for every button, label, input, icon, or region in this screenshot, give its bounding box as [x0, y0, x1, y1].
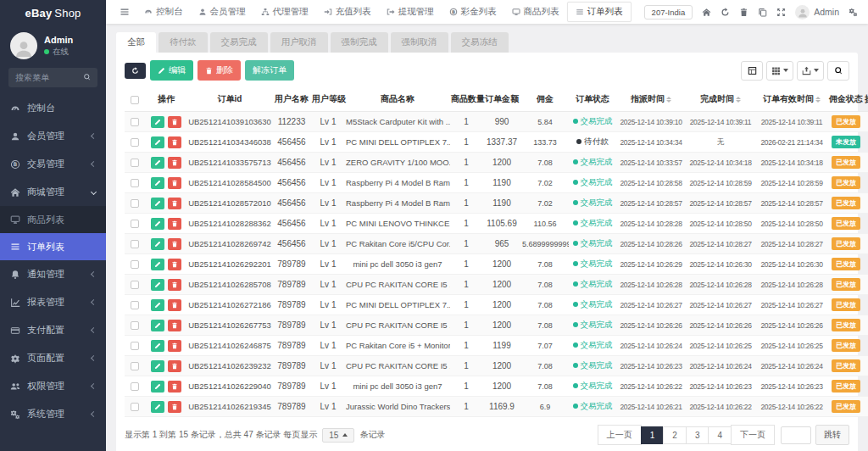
tab-force-cancelled[interactable]: 强制取消: [391, 32, 448, 53]
row-delete-button[interactable]: [168, 381, 181, 393]
row-delete-button[interactable]: [168, 238, 181, 250]
row-delete-button[interactable]: [168, 340, 181, 352]
row-checkbox[interactable]: [131, 179, 139, 187]
sidebar-item-payment-config[interactable]: 支付配置: [0, 316, 106, 344]
row-edit-button[interactable]: [151, 340, 164, 352]
nav-item-dashboard[interactable]: 控制台: [136, 3, 191, 21]
tab-all[interactable]: 全部: [116, 32, 156, 53]
sidebar-item-members[interactable]: 会员管理: [0, 122, 106, 150]
sidebar-item-dashboard[interactable]: 控制台: [0, 94, 106, 122]
page-button-4[interactable]: 4: [708, 426, 732, 444]
fullscreen-button[interactable]: [776, 8, 786, 17]
next-page-button[interactable]: 下一页: [731, 425, 775, 445]
row-delete-button[interactable]: [168, 136, 181, 148]
page-size-dropdown[interactable]: 15: [322, 428, 354, 443]
sidebar-toggle-button[interactable]: [113, 7, 136, 17]
row-edit-button[interactable]: [151, 177, 164, 189]
row-checkbox[interactable]: [131, 281, 139, 289]
page-button-1[interactable]: 1: [641, 426, 665, 444]
toggle-pagination-button[interactable]: [741, 61, 763, 81]
sidebar-item-page-config[interactable]: 页面配置: [0, 344, 106, 372]
page-button-3[interactable]: 3: [686, 426, 709, 444]
edit-button[interactable]: 编辑: [150, 60, 193, 81]
row-checkbox[interactable]: [131, 382, 139, 391]
row-edit-button[interactable]: [151, 218, 164, 230]
row-checkbox[interactable]: [131, 138, 139, 147]
sidebar-item-notifications[interactable]: 通知管理: [0, 260, 106, 288]
row-delete-button[interactable]: [168, 279, 181, 291]
search-toggle-button[interactable]: [827, 61, 849, 81]
nav-item-orders[interactable]: 订单列表: [567, 2, 632, 22]
row-delete-button[interactable]: [168, 198, 181, 209]
nav-item-recharge[interactable]: 充值列表: [316, 3, 379, 21]
row-edit-button[interactable]: [151, 157, 164, 169]
settings-button[interactable]: [849, 8, 858, 17]
row-checkbox[interactable]: [131, 118, 139, 126]
row-checkbox[interactable]: [131, 159, 139, 167]
sidebar-item-permissions[interactable]: 权限管理: [0, 372, 106, 400]
sidebar-item-mall[interactable]: 商城管理: [0, 178, 106, 206]
row-delete-button[interactable]: [168, 401, 181, 413]
row-delete-button[interactable]: [168, 360, 181, 372]
admin-menu[interactable]: Admin: [795, 5, 839, 19]
row-edit-button[interactable]: [151, 360, 164, 372]
col-assign-time-sortable[interactable]: 指派时间: [616, 87, 686, 112]
refresh-button[interactable]: [721, 8, 730, 17]
col-finish-time-sortable[interactable]: 完成时间: [686, 87, 755, 112]
prev-page-button[interactable]: 上一页: [598, 425, 642, 445]
tab-pending-payment[interactable]: 待付款: [159, 32, 208, 53]
nav-item-bonus[interactable]: 彩金列表: [442, 3, 504, 21]
row-edit-button[interactable]: [151, 381, 164, 393]
tab-force-completed[interactable]: 强制完成: [331, 32, 388, 53]
sidebar-item-reports[interactable]: 报表管理: [0, 288, 106, 316]
refresh-table-button[interactable]: [125, 63, 146, 79]
nav-item-members[interactable]: 会员管理: [191, 3, 253, 21]
unfreeze-order-button[interactable]: 解冻订单: [245, 60, 294, 81]
row-edit-button[interactable]: [151, 259, 164, 270]
row-delete-button[interactable]: [168, 259, 181, 270]
row-checkbox[interactable]: [131, 342, 139, 350]
nav-item-withdraw[interactable]: 提现管理: [379, 3, 442, 21]
nav-item-products[interactable]: 商品列表: [504, 3, 567, 21]
row-delete-button[interactable]: [168, 299, 181, 311]
row-edit-button[interactable]: [151, 136, 164, 148]
row-edit-button[interactable]: [151, 320, 164, 331]
page-button-2[interactable]: 2: [663, 426, 687, 444]
clear-button[interactable]: [739, 8, 748, 17]
copy-button[interactable]: [758, 8, 767, 17]
jump-page-button[interactable]: 跳转: [815, 425, 849, 445]
row-edit-button[interactable]: [151, 279, 164, 291]
select-all-checkbox[interactable]: [131, 96, 139, 104]
export-dropdown-button[interactable]: [797, 61, 824, 81]
row-checkbox[interactable]: [131, 403, 139, 411]
sidebar-item-order-list[interactable]: 订单列表: [0, 233, 106, 260]
tab-completed[interactable]: 交易完成: [210, 32, 268, 53]
jump-page-input[interactable]: [781, 426, 811, 444]
sidebar-item-trades[interactable]: 交易管理: [0, 150, 106, 178]
row-delete-button[interactable]: [168, 116, 181, 128]
row-checkbox[interactable]: [131, 240, 139, 248]
row-edit-button[interactable]: [151, 116, 164, 128]
row-checkbox[interactable]: [131, 301, 139, 309]
sidebar-item-system[interactable]: 系统管理: [0, 400, 106, 428]
row-delete-button[interactable]: [168, 157, 181, 169]
row-delete-button[interactable]: [168, 177, 181, 189]
row-checkbox[interactable]: [131, 199, 139, 208]
home-button[interactable]: [702, 8, 711, 17]
region-selector[interactable]: 207-India: [644, 5, 693, 19]
row-delete-button[interactable]: [168, 218, 181, 230]
row-checkbox[interactable]: [131, 220, 139, 228]
row-checkbox[interactable]: [131, 260, 139, 269]
col-valid-time-sortable[interactable]: 订单有效时间: [755, 87, 828, 112]
row-edit-button[interactable]: [151, 198, 164, 209]
sidebar-item-product-list[interactable]: 商品列表: [0, 206, 106, 233]
row-delete-button[interactable]: [168, 320, 181, 331]
row-edit-button[interactable]: [151, 299, 164, 311]
columns-dropdown-button[interactable]: [766, 61, 793, 81]
row-edit-button[interactable]: [151, 238, 164, 250]
row-edit-button[interactable]: [151, 401, 164, 413]
tab-user-cancelled[interactable]: 用户取消: [270, 32, 328, 53]
row-checkbox[interactable]: [131, 321, 139, 330]
delete-button[interactable]: 删除: [198, 60, 241, 81]
row-checkbox[interactable]: [131, 362, 139, 370]
